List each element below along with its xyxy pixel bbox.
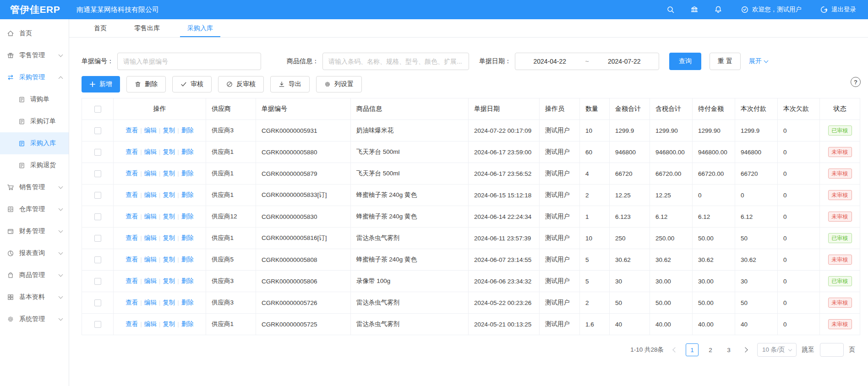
delete-link[interactable]: 删除: [181, 191, 194, 198]
sidebar-item-home[interactable]: 首页: [0, 22, 69, 44]
status-badge: 已审核: [828, 233, 852, 243]
date-from-value[interactable]: 2024-04-22: [515, 58, 584, 65]
view-link[interactable]: 查看: [126, 277, 138, 284]
edit-link[interactable]: 编辑: [144, 127, 157, 134]
reset-button[interactable]: 重 置: [710, 53, 741, 70]
next-page-button[interactable]: [741, 343, 752, 356]
logout-button[interactable]: 退出登录: [820, 5, 856, 14]
sidebar-item-basedata[interactable]: 基本资料: [0, 286, 69, 308]
view-link[interactable]: 查看: [126, 148, 138, 155]
sidebar-item-finance[interactable]: 财务管理: [0, 220, 69, 242]
edit-link[interactable]: 编辑: [144, 234, 157, 241]
sidebar-item-purchase[interactable]: 采购管理: [0, 66, 69, 88]
edit-link[interactable]: 编辑: [144, 213, 157, 220]
date-range-picker[interactable]: 2024-04-22 ~ 2024-07-22: [515, 53, 659, 70]
view-link[interactable]: 查看: [126, 256, 138, 263]
edit-link[interactable]: 编辑: [144, 299, 157, 306]
sidebar-item-sales[interactable]: 销售管理: [0, 176, 69, 198]
expand-filters-link[interactable]: 展开: [749, 57, 768, 65]
row-checkbox[interactable]: [94, 170, 101, 177]
sidebar-item-warehouse[interactable]: 仓库管理: [0, 198, 69, 220]
unaudit-button[interactable]: 反审核: [218, 76, 264, 92]
copy-link[interactable]: 复制: [163, 170, 175, 177]
copy-link[interactable]: 复制: [163, 191, 175, 198]
page-number-3[interactable]: 3: [722, 343, 735, 356]
audit-button[interactable]: 审核: [172, 76, 212, 92]
sidebar-item-purchase-order[interactable]: 采购订单: [0, 110, 69, 132]
export-button[interactable]: 导出: [270, 76, 310, 92]
select-all-checkbox[interactable]: [94, 106, 101, 113]
jump-to-input[interactable]: [820, 343, 844, 357]
copy-link[interactable]: 复制: [163, 234, 175, 241]
cell-supplier: 供应商1: [206, 228, 256, 249]
row-checkbox[interactable]: [94, 213, 101, 220]
bell-icon[interactable]: [714, 5, 722, 14]
sidebar-item-purchase-inbound[interactable]: 采购入库: [0, 132, 69, 154]
view-link[interactable]: 查看: [126, 321, 138, 327]
page-number-1[interactable]: 1: [686, 343, 699, 356]
copy-link[interactable]: 复制: [163, 148, 175, 155]
row-checkbox[interactable]: [94, 235, 101, 242]
delete-button[interactable]: 删除: [126, 76, 166, 92]
col-header-operator: 操作员: [540, 98, 580, 120]
sidebar-item-system[interactable]: 系统管理: [0, 308, 69, 330]
copy-link[interactable]: 复制: [163, 127, 175, 134]
page-number-2[interactable]: 2: [704, 343, 717, 356]
row-checkbox[interactable]: [94, 127, 101, 134]
row-checkbox[interactable]: [94, 321, 101, 328]
copy-link[interactable]: 复制: [163, 299, 175, 306]
view-link[interactable]: 查看: [126, 127, 138, 134]
sidebar-item-reports[interactable]: 报表查询: [0, 242, 69, 264]
date-to-value[interactable]: 2024-07-22: [590, 58, 659, 65]
copy-link[interactable]: 复制: [163, 321, 175, 327]
search-button[interactable]: 查询: [669, 53, 701, 70]
sidebar-item-purchase-return[interactable]: 采购退货: [0, 154, 69, 176]
edit-link[interactable]: 编辑: [144, 148, 157, 155]
delete-link[interactable]: 删除: [181, 170, 194, 177]
sidebar-item-purchase-request[interactable]: 请购单: [0, 88, 69, 110]
view-link[interactable]: 查看: [126, 299, 138, 306]
view-link[interactable]: 查看: [126, 191, 138, 198]
bill-no-input[interactable]: [117, 53, 261, 70]
row-checkbox[interactable]: [94, 192, 101, 199]
row-checkbox[interactable]: [94, 278, 101, 285]
user-menu[interactable]: 欢迎您，测试用户: [741, 5, 802, 14]
delete-link[interactable]: 删除: [181, 256, 194, 263]
row-checkbox[interactable]: [94, 299, 101, 306]
delete-link[interactable]: 删除: [181, 321, 194, 327]
tab-purchase-inbound[interactable]: 采购入库: [174, 19, 227, 37]
edit-link[interactable]: 编辑: [144, 277, 157, 284]
app-logo[interactable]: 管伊佳ERP: [0, 3, 69, 16]
edit-link[interactable]: 编辑: [144, 321, 157, 327]
copy-link[interactable]: 复制: [163, 213, 175, 220]
help-icon[interactable]: ?: [851, 77, 861, 87]
tab-home[interactable]: 首页: [80, 19, 120, 37]
delete-link[interactable]: 删除: [181, 234, 194, 241]
add-button[interactable]: 新增: [82, 76, 120, 92]
search-icon[interactable]: [666, 5, 675, 14]
view-link[interactable]: 查看: [126, 234, 138, 241]
delete-link[interactable]: 删除: [181, 127, 194, 134]
view-link[interactable]: 查看: [126, 170, 138, 177]
edit-link[interactable]: 编辑: [144, 170, 157, 177]
prev-page-button[interactable]: [669, 343, 680, 356]
cell-tax-amount: 6.12: [650, 206, 693, 228]
delete-link[interactable]: 删除: [181, 213, 194, 220]
edit-link[interactable]: 编辑: [144, 191, 157, 198]
copy-link[interactable]: 复制: [163, 277, 175, 284]
bank-icon[interactable]: [690, 5, 699, 14]
sidebar-item-goods[interactable]: 商品管理: [0, 264, 69, 286]
column-settings-button[interactable]: 列设置: [316, 76, 362, 92]
tab-retail-outbound[interactable]: 零售出库: [120, 19, 174, 37]
row-checkbox[interactable]: [94, 256, 101, 263]
copy-link[interactable]: 复制: [163, 256, 175, 263]
product-info-input[interactable]: [322, 53, 469, 70]
row-checkbox[interactable]: [94, 149, 101, 156]
edit-link[interactable]: 编辑: [144, 256, 157, 263]
delete-link[interactable]: 删除: [181, 299, 194, 306]
delete-link[interactable]: 删除: [181, 148, 194, 155]
page-size-select[interactable]: 10 条/页: [757, 343, 797, 357]
view-link[interactable]: 查看: [126, 213, 138, 220]
delete-link[interactable]: 删除: [181, 277, 194, 284]
sidebar-item-retail[interactable]: 零售管理: [0, 44, 69, 66]
